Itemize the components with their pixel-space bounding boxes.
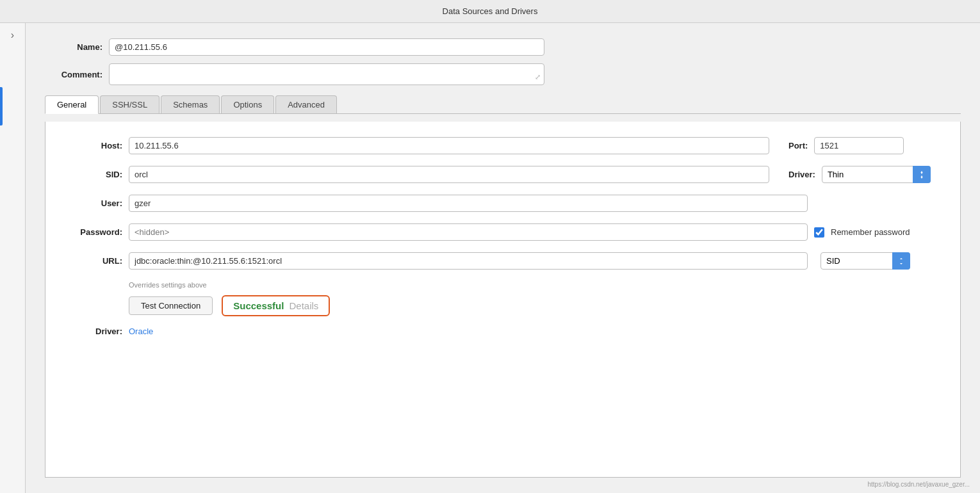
test-connection-button[interactable]: Test Connection	[129, 296, 213, 315]
sidebar-accent-bar	[0, 87, 3, 125]
password-label: Password:	[65, 227, 122, 237]
tab-schemas[interactable]: Schemas	[161, 95, 220, 113]
driver-info-row: Driver: Oracle	[65, 327, 941, 336]
password-row: Password: Remember password	[65, 223, 941, 241]
driver-select-wrapper: Thin OCI JDBC	[822, 166, 931, 183]
port-input[interactable]	[814, 137, 904, 154]
sidebar-toggle-arrow[interactable]: ›	[11, 29, 14, 41]
name-input[interactable]	[109, 38, 544, 56]
url-label: URL:	[65, 256, 122, 266]
name-label: Name:	[45, 42, 102, 52]
sid-input[interactable]	[129, 166, 769, 183]
port-label: Port:	[788, 141, 808, 150]
tab-options[interactable]: Options	[221, 95, 274, 113]
url-input[interactable]	[129, 252, 808, 270]
sid-label: SID:	[65, 170, 122, 179]
remember-password-checkbox[interactable]	[814, 227, 824, 238]
comment-input[interactable]	[109, 63, 544, 85]
window-title: Data Sources and Drivers	[443, 6, 538, 16]
details-text[interactable]: Details	[289, 300, 318, 311]
user-input[interactable]	[129, 195, 808, 212]
host-label: Host:	[65, 141, 122, 150]
success-text: Successful	[233, 300, 284, 311]
remember-password-label: Remember password	[831, 227, 910, 237]
url-type-select[interactable]: SID Service TNS	[821, 252, 910, 270]
user-label: User:	[65, 198, 122, 208]
test-connection-row: Test Connection Successful Details	[129, 295, 941, 316]
name-row: Name:	[45, 38, 961, 56]
url-row: URL: SID Service TNS	[65, 252, 941, 270]
test-result-box: Successful Details	[222, 295, 330, 316]
host-port-row: Host: Port:	[65, 137, 941, 154]
comment-label: Comment:	[45, 70, 102, 79]
tab-general[interactable]: General	[45, 95, 99, 114]
tabs-bar: General SSH/SSL Schemas Options Advanced	[45, 95, 961, 114]
driver-info-label: Driver:	[65, 327, 122, 336]
general-panel: Host: Port: SID: Driver: Thin OCI JDBC	[45, 122, 961, 478]
user-row: User:	[65, 195, 941, 212]
tab-sshssl[interactable]: SSH/SSL	[100, 95, 159, 113]
password-input[interactable]	[129, 223, 808, 241]
driver-label: Driver:	[788, 170, 815, 179]
driver-link[interactable]: Oracle	[129, 327, 153, 336]
comment-input-wrapper: ⤢	[109, 63, 544, 85]
sid-driver-row: SID: Driver: Thin OCI JDBC	[65, 166, 941, 183]
host-input[interactable]	[129, 137, 769, 154]
overrides-text: Overrides settings above	[129, 281, 941, 289]
watermark: https://blog.csdn.net/javaxue_gzer...	[867, 481, 970, 488]
content-area: Name: Comment: ⤢ General SSH/SSL Schemas…	[26, 23, 980, 493]
url-type-wrapper: SID Service TNS	[821, 252, 910, 270]
left-sidebar: ›	[0, 23, 26, 493]
driver-select[interactable]: Thin OCI JDBC	[822, 166, 931, 183]
comment-row: Comment: ⤢	[45, 63, 961, 85]
tab-advanced[interactable]: Advanced	[275, 95, 337, 113]
